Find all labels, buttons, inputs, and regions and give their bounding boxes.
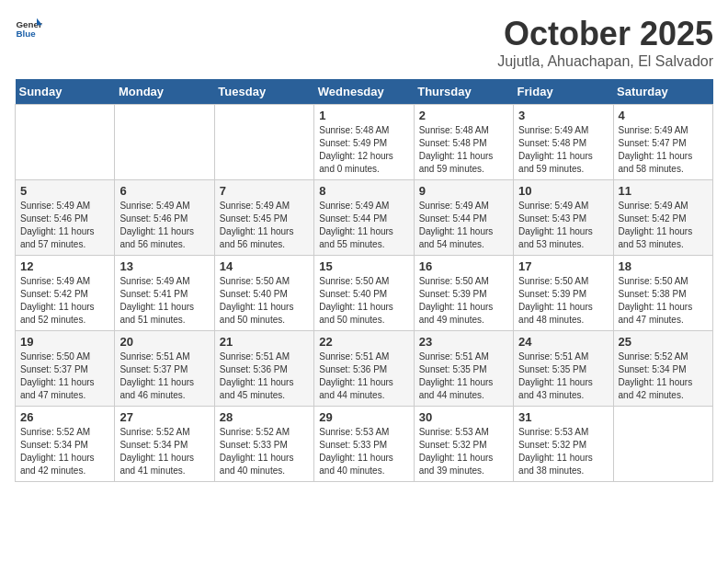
calendar-cell xyxy=(16,105,115,180)
day-info: Sunrise: 5:49 AM Sunset: 5:44 PM Dayligh… xyxy=(319,200,408,251)
day-number: 17 xyxy=(518,259,608,273)
day-info: Sunrise: 5:50 AM Sunset: 5:39 PM Dayligh… xyxy=(419,275,508,327)
calendar-cell: 21Sunrise: 5:51 AM Sunset: 5:36 PM Dayli… xyxy=(214,331,313,407)
calendar-cell: 5Sunrise: 5:49 AM Sunset: 5:46 PM Daylig… xyxy=(16,180,115,256)
calendar-cell: 27Sunrise: 5:52 AM Sunset: 5:34 PM Dayli… xyxy=(115,407,214,482)
calendar-cell: 25Sunrise: 5:52 AM Sunset: 5:34 PM Dayli… xyxy=(613,331,712,407)
calendar-cell: 15Sunrise: 5:50 AM Sunset: 5:40 PM Dayli… xyxy=(314,256,414,331)
calendar-cell xyxy=(115,105,214,180)
day-number: 28 xyxy=(220,410,309,424)
day-number: 19 xyxy=(20,335,109,349)
calendar-header-row: SundayMondayTuesdayWednesdayThursdayFrid… xyxy=(16,79,713,105)
day-info: Sunrise: 5:52 AM Sunset: 5:34 PM Dayligh… xyxy=(20,426,109,477)
day-number: 1 xyxy=(319,109,408,122)
calendar-cell: 13Sunrise: 5:49 AM Sunset: 5:41 PM Dayli… xyxy=(115,256,214,331)
calendar-cell xyxy=(613,407,712,482)
day-number: 6 xyxy=(119,184,209,198)
day-info: Sunrise: 5:51 AM Sunset: 5:35 PM Dayligh… xyxy=(419,350,508,402)
day-number: 18 xyxy=(619,259,708,273)
day-info: Sunrise: 5:49 AM Sunset: 5:47 PM Dayligh… xyxy=(619,124,708,176)
day-number: 3 xyxy=(518,109,608,122)
calendar-cell: 10Sunrise: 5:49 AM Sunset: 5:43 PM Dayli… xyxy=(514,180,613,256)
calendar-cell: 18Sunrise: 5:50 AM Sunset: 5:38 PM Dayli… xyxy=(613,256,712,331)
logo: General Blue xyxy=(15,15,42,42)
column-header-monday: Monday xyxy=(115,79,214,105)
day-info: Sunrise: 5:49 AM Sunset: 5:42 PM Dayligh… xyxy=(20,275,109,327)
day-number: 14 xyxy=(220,259,309,273)
calendar-cell: 29Sunrise: 5:53 AM Sunset: 5:33 PM Dayli… xyxy=(314,407,414,482)
calendar-cell: 20Sunrise: 5:51 AM Sunset: 5:37 PM Dayli… xyxy=(115,331,214,407)
calendar-cell: 24Sunrise: 5:51 AM Sunset: 5:35 PM Dayli… xyxy=(514,331,613,407)
svg-text:Blue: Blue xyxy=(17,29,37,39)
week-row-1: 1Sunrise: 5:48 AM Sunset: 5:49 PM Daylig… xyxy=(16,105,713,180)
calendar-cell: 22Sunrise: 5:51 AM Sunset: 5:36 PM Dayli… xyxy=(314,331,414,407)
day-number: 26 xyxy=(20,410,109,424)
calendar-cell: 4Sunrise: 5:49 AM Sunset: 5:47 PM Daylig… xyxy=(613,105,712,180)
day-info: Sunrise: 5:49 AM Sunset: 5:48 PM Dayligh… xyxy=(518,124,608,176)
day-number: 10 xyxy=(518,184,608,198)
day-info: Sunrise: 5:50 AM Sunset: 5:37 PM Dayligh… xyxy=(20,350,109,402)
column-header-tuesday: Tuesday xyxy=(214,79,313,105)
calendar-cell: 6Sunrise: 5:49 AM Sunset: 5:46 PM Daylig… xyxy=(115,180,214,256)
calendar-cell: 17Sunrise: 5:50 AM Sunset: 5:39 PM Dayli… xyxy=(514,256,613,331)
day-number: 27 xyxy=(119,410,209,424)
day-info: Sunrise: 5:52 AM Sunset: 5:33 PM Dayligh… xyxy=(220,426,309,477)
calendar-cell xyxy=(214,105,313,180)
day-info: Sunrise: 5:49 AM Sunset: 5:46 PM Dayligh… xyxy=(20,200,109,251)
day-info: Sunrise: 5:50 AM Sunset: 5:40 PM Dayligh… xyxy=(220,275,309,327)
day-number: 31 xyxy=(518,410,608,424)
calendar-cell: 1Sunrise: 5:48 AM Sunset: 5:49 PM Daylig… xyxy=(314,105,414,180)
calendar-cell: 16Sunrise: 5:50 AM Sunset: 5:39 PM Dayli… xyxy=(414,256,513,331)
day-number: 12 xyxy=(20,259,109,273)
day-number: 5 xyxy=(20,184,109,198)
day-number: 25 xyxy=(619,335,708,349)
calendar-cell: 31Sunrise: 5:53 AM Sunset: 5:32 PM Dayli… xyxy=(514,407,613,482)
calendar-cell: 8Sunrise: 5:49 AM Sunset: 5:44 PM Daylig… xyxy=(314,180,414,256)
calendar-table: SundayMondayTuesdayWednesdayThursdayFrid… xyxy=(15,79,713,482)
calendar-cell: 3Sunrise: 5:49 AM Sunset: 5:48 PM Daylig… xyxy=(514,105,613,180)
column-header-friday: Friday xyxy=(514,79,613,105)
week-row-3: 12Sunrise: 5:49 AM Sunset: 5:42 PM Dayli… xyxy=(16,256,713,331)
day-info: Sunrise: 5:53 AM Sunset: 5:32 PM Dayligh… xyxy=(518,426,608,477)
day-number: 15 xyxy=(319,259,408,273)
day-number: 7 xyxy=(220,184,309,198)
day-number: 2 xyxy=(419,109,508,122)
day-number: 20 xyxy=(119,335,209,349)
day-info: Sunrise: 5:49 AM Sunset: 5:43 PM Dayligh… xyxy=(518,200,608,251)
calendar-cell: 2Sunrise: 5:48 AM Sunset: 5:48 PM Daylig… xyxy=(414,105,513,180)
day-info: Sunrise: 5:51 AM Sunset: 5:36 PM Dayligh… xyxy=(220,350,309,402)
week-row-5: 26Sunrise: 5:52 AM Sunset: 5:34 PM Dayli… xyxy=(16,407,713,482)
day-info: Sunrise: 5:49 AM Sunset: 5:41 PM Dayligh… xyxy=(119,275,209,327)
day-number: 30 xyxy=(419,410,508,424)
day-info: Sunrise: 5:52 AM Sunset: 5:34 PM Dayligh… xyxy=(119,426,209,477)
page-header: General Blue October 2025 Jujutla, Ahuac… xyxy=(15,15,713,70)
calendar-cell: 14Sunrise: 5:50 AM Sunset: 5:40 PM Dayli… xyxy=(214,256,313,331)
day-number: 11 xyxy=(619,184,708,198)
calendar-cell: 12Sunrise: 5:49 AM Sunset: 5:42 PM Dayli… xyxy=(16,256,115,331)
day-info: Sunrise: 5:49 AM Sunset: 5:45 PM Dayligh… xyxy=(220,200,309,251)
day-info: Sunrise: 5:48 AM Sunset: 5:49 PM Dayligh… xyxy=(319,124,408,176)
day-info: Sunrise: 5:52 AM Sunset: 5:34 PM Dayligh… xyxy=(619,350,708,402)
day-number: 8 xyxy=(319,184,408,198)
location-title: Jujutla, Ahuachapan, El Salvador xyxy=(497,53,713,70)
day-info: Sunrise: 5:49 AM Sunset: 5:44 PM Dayligh… xyxy=(419,200,508,251)
column-header-thursday: Thursday xyxy=(414,79,513,105)
day-info: Sunrise: 5:48 AM Sunset: 5:48 PM Dayligh… xyxy=(419,124,508,176)
calendar-cell: 9Sunrise: 5:49 AM Sunset: 5:44 PM Daylig… xyxy=(414,180,513,256)
calendar-cell: 23Sunrise: 5:51 AM Sunset: 5:35 PM Dayli… xyxy=(414,331,513,407)
day-number: 9 xyxy=(419,184,508,198)
day-number: 22 xyxy=(319,335,408,349)
calendar-cell: 7Sunrise: 5:49 AM Sunset: 5:45 PM Daylig… xyxy=(214,180,313,256)
calendar-cell: 28Sunrise: 5:52 AM Sunset: 5:33 PM Dayli… xyxy=(214,407,313,482)
day-info: Sunrise: 5:50 AM Sunset: 5:39 PM Dayligh… xyxy=(518,275,608,327)
day-info: Sunrise: 5:50 AM Sunset: 5:38 PM Dayligh… xyxy=(619,275,708,327)
calendar-cell: 19Sunrise: 5:50 AM Sunset: 5:37 PM Dayli… xyxy=(16,331,115,407)
day-number: 21 xyxy=(220,335,309,349)
day-number: 13 xyxy=(119,259,209,273)
day-info: Sunrise: 5:53 AM Sunset: 5:32 PM Dayligh… xyxy=(419,426,508,477)
column-header-wednesday: Wednesday xyxy=(314,79,414,105)
day-info: Sunrise: 5:49 AM Sunset: 5:42 PM Dayligh… xyxy=(619,200,708,251)
day-info: Sunrise: 5:51 AM Sunset: 5:35 PM Dayligh… xyxy=(518,350,608,402)
day-number: 4 xyxy=(619,109,708,122)
day-info: Sunrise: 5:53 AM Sunset: 5:33 PM Dayligh… xyxy=(319,426,408,477)
